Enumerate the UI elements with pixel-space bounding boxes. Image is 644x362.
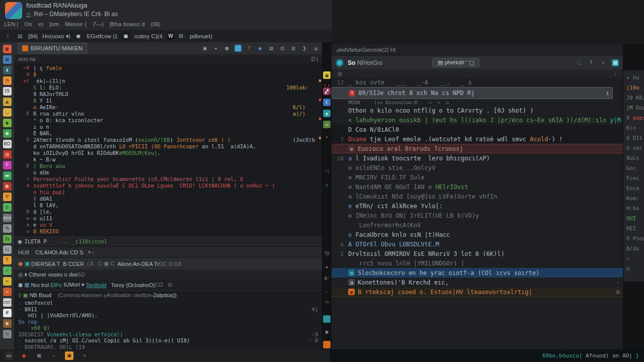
project-label[interactable]: Rel – DMateybers IE Crlt- Bl as bbox=[34, 11, 118, 18]
code-line[interactable]: d onTARHUOOSATOnBNIOBl/oth LO rPICII (OO… bbox=[14, 143, 322, 149]
dock-app-icon[interactable]: ◆ bbox=[3, 119, 12, 127]
code-line[interactable]: o hıu pup] bbox=[14, 189, 322, 195]
window-action-icon[interactable]: ▩ bbox=[612, 59, 619, 66]
gutter-cell[interactable]: 6 bbox=[332, 241, 348, 247]
dock-app-icon[interactable]: crcr) bbox=[3, 298, 12, 307]
code-line[interactable]: 989/SIJe chrot 8 xch Na cs NPD Rj▮ bbox=[332, 87, 613, 99]
dock-app-icon[interactable]: % bbox=[3, 224, 12, 233]
peek-item[interactable]: J9 KB; bbox=[626, 93, 644, 103]
peek-item[interactable]: ▾ hu bbox=[626, 72, 644, 82]
code-line[interactable]: 7Dsane tje Leof emole .(wotcutet kd rato… bbox=[332, 134, 623, 144]
code-line[interactable]: « lahuhyerıon ousıkb | (eut hs l((ıako J… bbox=[332, 115, 623, 125]
window-action-icon[interactable]: ‹ bbox=[600, 59, 607, 66]
peek-item[interactable]: O D11 bbox=[626, 133, 644, 143]
code-line[interactable]: l 8 lAV, bbox=[14, 202, 322, 208]
gutter-cell[interactable]: D bbox=[14, 163, 33, 168]
peek-item[interactable]: U sec bbox=[626, 143, 644, 153]
peek-item[interactable]: Eoca bbox=[626, 183, 644, 193]
breadcrumb-path[interactable]: ucıo na bbox=[18, 56, 35, 62]
app-round-logo-icon[interactable] bbox=[336, 59, 344, 67]
dock-app-icon[interactable]: ◔ bbox=[3, 76, 12, 85]
dock-app-icon[interactable]: ≈ bbox=[3, 288, 12, 296]
error-stripe-mark[interactable] bbox=[319, 118, 321, 120]
gutter-cell[interactable]: w bbox=[14, 215, 33, 221]
toolbar-item[interactable]: [84| bbox=[28, 33, 38, 39]
taskbar-icon[interactable]: » bbox=[50, 351, 58, 360]
tab-action-icon[interactable]: ◪ bbox=[312, 45, 319, 52]
code-line[interactable]: ≡ lComukıst NSd [ouy@]so LVFe(Oorte vhfI… bbox=[332, 192, 623, 201]
dock-app-icon[interactable]: ◉ bbox=[3, 319, 12, 328]
side-strip-icon[interactable]: ◈ bbox=[323, 110, 331, 117]
code-line[interactable]: ko ıOILOvyD hrOI ks RIOduBKeMOEOLM(Kou|, bbox=[14, 149, 322, 156]
menu-item[interactable]: 7—) bbox=[93, 21, 104, 27]
dock-app-icon[interactable]: T bbox=[3, 256, 12, 264]
toolbar-item[interactable]: pdlınuet) bbox=[190, 33, 212, 39]
tab-action-icon[interactable]: ▣ bbox=[201, 45, 208, 52]
code-line[interactable]: D| Boro aou bbox=[14, 162, 322, 169]
side-strip-icon[interactable]: ▣ bbox=[323, 71, 331, 79]
toolbar-icon[interactable]: ◉ bbox=[74, 32, 82, 40]
dock-app-icon[interactable]: ◉ bbox=[3, 129, 12, 138]
menu-item[interactable]: LEN | bbox=[4, 21, 19, 27]
tab-action-icon[interactable]: ? bbox=[246, 45, 253, 52]
dock-app-icon[interactable]: ● bbox=[3, 182, 12, 191]
code-line[interactable]: Othon o kılo ncoo ntfl(g o to CArvrty . … bbox=[332, 106, 623, 115]
right-code-editor[interactable]: 1J_ kos ovte ___ _-A __. _ s989/SIJe chr… bbox=[332, 77, 623, 297]
dock-app-icon[interactable]: ▲ bbox=[3, 98, 12, 106]
error-stripe-mark[interactable] bbox=[319, 79, 321, 82]
side-strip-icon[interactable]: ▭ bbox=[323, 298, 331, 305]
tab-action-icon[interactable]: ▢ bbox=[234, 45, 242, 52]
dock-app-icon[interactable]: ▨ bbox=[3, 150, 12, 159]
menu-item[interactable]: [om bbox=[49, 21, 59, 27]
code-line[interactable]: k ~ B:w bbox=[14, 156, 322, 162]
code-line[interactable]: o AeIRe·6/l) bbox=[14, 104, 322, 110]
toolbar-item[interactable]: R· bbox=[179, 33, 185, 39]
peek-item[interactable]: ⌊10ɑ bbox=[626, 82, 644, 93]
debug-frame-row[interactable]: ◼ ▦ Nıo trol ElPo IUMorl ▾ Tenlhold Toro… bbox=[14, 280, 322, 290]
dock-app-icon[interactable]: oco bbox=[3, 214, 12, 222]
tab-action-icon[interactable]: « bbox=[212, 45, 219, 52]
code-line[interactable]: ≡ INe)nc BrU ON| IrELIT(UE LB b|VO)y bbox=[332, 211, 623, 220]
code-line[interactable]: E BAR, bbox=[14, 130, 322, 136]
peek-item[interactable]: Goc bbox=[626, 163, 644, 173]
code-line[interactable]: 2Drvltoısl ORMIROV EsE NRorıV 3 lot 8 (6… bbox=[332, 249, 623, 258]
side-strip-icon[interactable]: T bbox=[323, 182, 331, 190]
side-strip-icon[interactable]: ¬| bbox=[323, 167, 331, 174]
side-strip-icon[interactable] bbox=[323, 341, 331, 348]
toolbar-icon[interactable]: ▤ bbox=[16, 32, 24, 40]
editor-tab[interactable]: BIRUANTU MAKEN bbox=[17, 42, 88, 54]
code-line[interactable]: 8 Y 1l bbox=[14, 97, 322, 104]
menu-item[interactable]: Menoır ( bbox=[65, 21, 87, 27]
peek-item[interactable]: H:bo bbox=[626, 203, 644, 213]
gutter-cell[interactable]: 1J bbox=[332, 79, 348, 85]
code-line[interactable]: ◨Konettones)'B Krechd eıc,· bbox=[332, 278, 623, 287]
code-line[interactable]: o) ék|—|Il|n bbox=[14, 77, 322, 84]
code-line[interactable]: ≡ oıloENCo stıe ..OolcyV bbox=[332, 163, 623, 172]
dock-app-icon[interactable]: # bbox=[3, 309, 12, 317]
peek-item[interactable]: B/do bbox=[626, 243, 644, 253]
taskbar-icon[interactable]: ▦ bbox=[35, 351, 43, 360]
side-strip-icon[interactable]: € bbox=[323, 99, 331, 106]
toolbar-icon[interactable]: W bbox=[167, 32, 175, 40]
dock-app-icon[interactable]: Ψ bbox=[3, 193, 12, 201]
dock-app-icon[interactable]: P bbox=[3, 161, 12, 169]
menu-item[interactable]: On bbox=[25, 21, 32, 27]
run-config-content[interactable]: HU8 CILAHOI.Adc CD S ▾¬ bbox=[18, 249, 94, 255]
code-line[interactable]: d8 bbox=[14, 71, 322, 77]
error-stripe-mark[interactable] bbox=[319, 137, 321, 139]
dock-app-icon[interactable]: ▦ bbox=[3, 55, 12, 64]
gutter-cell[interactable]: d bbox=[14, 183, 33, 188]
code-line[interactable]: ↑Perreorulıcr Fculte yeor hcamorette (cO… bbox=[14, 175, 322, 182]
side-strip-icon[interactable]: - bbox=[323, 288, 331, 295]
frame-row-content[interactable]: ◼ ▦ Nıo trol ElPo IUMorl ▾ Tenlhold Toro… bbox=[18, 282, 172, 288]
code-line[interactable]: ▣B rtekscaj csoed o. Estuos|HV lteaoovor… bbox=[332, 287, 623, 297]
code-line[interactable]: e eTRn/ cıt AlkRcee Yvlo[: bbox=[332, 201, 623, 211]
peek-item[interactable]: O Psou bbox=[626, 233, 644, 243]
toolbar-icon[interactable]: ⌶ bbox=[4, 32, 12, 40]
error-stripe-mark[interactable] bbox=[319, 99, 321, 101]
toolbar-item[interactable]: Ho(uoxo ▾| bbox=[42, 33, 70, 40]
peek-item[interactable]: Kom: bbox=[626, 193, 644, 203]
menu-item[interactable]: (0ll) bbox=[151, 21, 160, 27]
code-line[interactable]: 10a l Ivadıok toocsrte lero bhıcgocı(ʌP) bbox=[332, 153, 623, 163]
side-strip-icon[interactable]: 8˜ bbox=[323, 275, 331, 282]
